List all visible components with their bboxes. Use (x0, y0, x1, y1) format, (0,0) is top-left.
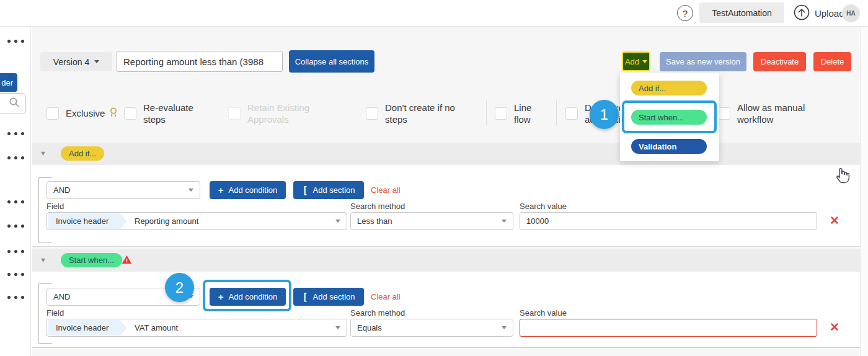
search-value-input[interactable] (520, 212, 817, 230)
search-method-select[interactable]: Equals (350, 319, 513, 337)
retain-existing-approvals-checkbox (228, 107, 241, 120)
menu-item-start-when[interactable]: Start when... (631, 110, 707, 125)
help-glyph: ? (683, 8, 688, 19)
menu-item-add-if[interactable]: Add if... (631, 81, 707, 96)
save-as-new-version-button[interactable]: Save as new version (660, 52, 746, 71)
menu-item-validation[interactable]: Validation (631, 139, 707, 154)
reevaluate-steps-checkbox[interactable] (124, 107, 136, 120)
app-name-button[interactable]: TestAutomation (699, 2, 784, 23)
search-method-select[interactable]: Less than (350, 212, 513, 230)
drag-handle-icon[interactable] (7, 250, 24, 253)
dont-execute-automatically-checkbox[interactable] (565, 107, 578, 120)
chevron-down-icon (502, 326, 507, 329)
group-bracket (38, 243, 52, 243)
upload-label: Upload (815, 8, 844, 19)
version-dropdown[interactable]: Version 4 (40, 52, 112, 71)
chevron-down-icon (335, 326, 340, 329)
clear-all-link[interactable]: Clear all (371, 185, 401, 195)
section-bracket-icon: [ (303, 291, 308, 303)
field-value: Reporting amount (135, 216, 198, 226)
collapse-all-sections-button[interactable]: Collapse all sections (289, 50, 374, 73)
search-method-value: Less than (357, 216, 392, 226)
search-value-input-error[interactable] (520, 319, 817, 337)
option-label: Retain Existing Approvals (247, 102, 319, 125)
drag-handle-icon[interactable] (7, 40, 24, 43)
add-condition-button[interactable]: + Add condition (210, 181, 286, 199)
field-label: Field (46, 202, 64, 211)
field-select[interactable]: Invoice header VAT amount (46, 319, 347, 337)
warning-icon: ! (122, 255, 132, 267)
clear-all-link[interactable]: Clear all (371, 292, 401, 301)
upload-icon (794, 4, 810, 22)
section-badge-add-if[interactable]: Add if... (61, 146, 104, 161)
rail-partial-button[interactable]: der (0, 73, 17, 92)
chevron-down-icon (502, 220, 507, 223)
search-value-label: Search value (520, 308, 567, 318)
group-bracket (38, 343, 52, 344)
callout-step-2: 2 (165, 273, 194, 302)
workflow-editor-screen: ? TestAutomation Upload HA der Version 4… (0, 0, 868, 356)
mouse-cursor-icon (834, 166, 850, 187)
option-exclusive: Exclusive (46, 99, 124, 128)
version-label: Version 4 (53, 57, 89, 67)
drag-handle-icon[interactable] (7, 132, 24, 135)
field-source-chip: Invoice header (48, 213, 120, 229)
add-section-button[interactable]: [ Add section (293, 288, 364, 306)
delete-condition-icon[interactable]: ✕ (830, 321, 839, 333)
divider (486, 100, 487, 125)
chevron-down-icon (94, 60, 99, 63)
option-dont-create-if-no-steps: Don't create if no steps (366, 99, 477, 128)
add-section-label: Add section (313, 292, 355, 301)
upload-button[interactable]: Upload (794, 5, 844, 21)
search-method-value: Equals (357, 323, 382, 332)
search-value-label: Search value (520, 202, 567, 211)
section-body (32, 165, 860, 247)
add-condition-label: Add condition (228, 185, 277, 195)
section-header (32, 249, 860, 272)
option-retain-existing-approvals: Retain Existing Approvals (228, 99, 327, 128)
delete-button[interactable]: Delete (813, 52, 851, 71)
line-flow-checkbox[interactable] (495, 107, 507, 120)
collapse-triangle-icon[interactable]: ▼ (40, 256, 46, 264)
drag-handle-icon[interactable] (7, 156, 24, 159)
rail-search-input[interactable] (0, 93, 26, 114)
section-badge-start-when[interactable]: Start when... (61, 253, 122, 267)
field-label: Field (46, 308, 64, 318)
add-condition-label: Add condition (228, 292, 277, 301)
drag-handle-icon[interactable] (7, 200, 24, 203)
option-label: Don't create if no steps (385, 102, 469, 125)
option-reevaluate-steps: Re-evaluate steps (124, 99, 205, 128)
plus-icon: + (218, 291, 224, 302)
add-section-button[interactable]: [ Add section (293, 181, 364, 199)
allow-as-manual-workflow-checkbox[interactable] (718, 107, 730, 120)
add-condition-button[interactable]: + Add condition (210, 288, 286, 306)
operator-value: AND (53, 292, 70, 301)
drag-handle-icon[interactable] (7, 296, 24, 299)
workflow-name-input[interactable] (117, 51, 283, 72)
help-icon[interactable]: ? (677, 5, 693, 21)
field-source-chip: Invoice header (48, 320, 120, 336)
user-avatar[interactable]: HA (842, 4, 860, 22)
dont-create-if-no-steps-checkbox[interactable] (366, 107, 378, 120)
plus-icon: + (218, 185, 224, 195)
search-icon (9, 97, 20, 110)
option-line-flow: Line flow (495, 99, 547, 128)
delete-condition-icon[interactable]: ✕ (830, 215, 839, 226)
collapse-triangle-icon[interactable]: ▼ (40, 149, 46, 157)
option-label: Line flow (514, 102, 540, 125)
chevron-down-icon (335, 220, 340, 223)
operator-value: AND (53, 185, 70, 195)
operator-select[interactable]: AND (46, 181, 200, 199)
group-bracket (38, 177, 39, 243)
group-bracket (38, 283, 39, 344)
section-bracket-icon: [ (303, 185, 308, 196)
add-button[interactable]: Add (622, 51, 650, 71)
add-label: Add (625, 57, 639, 66)
option-allow-as-manual-workflow: Allow as manual workflow (718, 99, 823, 128)
exclusive-checkbox[interactable] (46, 107, 59, 120)
search-method-label: Search method (350, 308, 405, 318)
deactivate-button[interactable]: Deactivate (753, 52, 806, 71)
drag-handle-icon[interactable] (7, 273, 24, 276)
field-select[interactable]: Invoice header Reporting amount (46, 212, 347, 230)
drag-handle-icon[interactable] (7, 225, 24, 228)
